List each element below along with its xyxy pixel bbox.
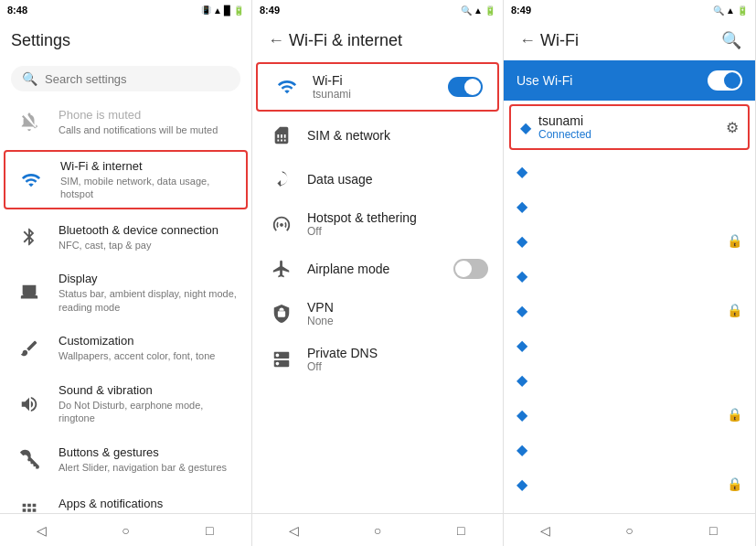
search-icon-3: 🔍 <box>713 5 724 16</box>
wifi-network-8[interactable]: ◆ 🔒 <box>504 397 755 432</box>
dns-title: Private DNS <box>307 346 488 360</box>
back-button-3[interactable]: ◁ <box>533 518 559 543</box>
wifi-network-5[interactable]: ◆ 🔒 <box>504 293 755 327</box>
wifi-item-airplane[interactable]: Airplane mode <box>252 247 503 291</box>
connected-status: Connected <box>538 128 726 141</box>
time-1: 8:48 <box>7 5 27 16</box>
home-button-1[interactable]: ○ <box>112 518 138 543</box>
wifi-signal-6: ◆ <box>516 337 527 354</box>
settings-item-buttons[interactable]: Buttons & gestures Alert Slider, navigat… <box>0 434 251 485</box>
nav-bar-3: ◁ ○ □ <box>504 513 755 546</box>
recent-button-3[interactable]: □ <box>700 518 726 543</box>
bluetooth-icon <box>13 220 46 253</box>
home-button-2[interactable]: ○ <box>365 518 390 543</box>
buttons-text: Buttons & gestures Alert Slider, navigat… <box>59 445 239 474</box>
sim-icon <box>267 125 296 145</box>
settings-gear-icon[interactable]: ⚙ <box>726 119 739 136</box>
wifi-icon: ▲ <box>213 5 222 16</box>
settings-item-display[interactable]: Display Status bar, ambient display, nig… <box>0 262 251 322</box>
display-subtitle: Status bar, ambient display, night mode,… <box>59 287 239 314</box>
battery-icon-3: 🔋 <box>737 5 748 16</box>
wifi-network-9[interactable]: ◆ <box>504 432 755 466</box>
back-button-1[interactable]: ◁ <box>29 518 55 543</box>
wifi-network-7[interactable]: ◆ <box>504 362 755 397</box>
wifi-internet-list: Wi-Fi tsunami SIM & network <box>252 60 503 513</box>
connected-wifi-text: tsunami Connected <box>538 113 726 141</box>
customization-subtitle: Wallpapers, accent color, font, tone <box>59 349 239 362</box>
wifi-network-6[interactable]: ◆ <box>504 327 755 362</box>
data-icon <box>267 169 296 189</box>
battery-icon: 🔋 <box>233 5 244 16</box>
search-icon-2: 🔍 <box>461 5 472 16</box>
search-input[interactable] <box>45 72 229 86</box>
dns-text: Private DNS Off <box>307 346 488 373</box>
buttons-subtitle: Alert Slider, navigation bar & gestures <box>59 461 239 474</box>
wifi-item-hotspot[interactable]: Hotspot & tethering Off <box>252 201 503 247</box>
wifi-item-inner[interactable]: Wi-Fi tsunami <box>258 64 497 110</box>
volume-icon <box>13 388 46 421</box>
dns-sub: Off <box>307 360 488 373</box>
back-arrow-3[interactable]: ← <box>515 27 540 53</box>
settings-list: Phone is muted Calls and notifications w… <box>0 97 251 513</box>
home-button-3[interactable]: ○ <box>616 518 642 543</box>
vpn-text: VPN None <box>307 300 488 327</box>
apps-text: Apps & notifications Default apps, permi… <box>59 497 239 513</box>
wifi-panel: 8:49 🔍 ▲ 🔋 ← Wi-Fi 🔍 Use Wi-Fi ◆ tsunami <box>504 0 756 546</box>
phone-muted-subtitle: Calls and notifications will be muted <box>59 123 239 136</box>
back-arrow-2[interactable]: ← <box>263 27 289 53</box>
status-bar-2: 8:49 🔍 ▲ 🔋 <box>252 0 503 20</box>
wifi-icon-3: ▲ <box>726 5 735 16</box>
search-bar[interactable]: 🔍 <box>11 66 240 91</box>
settings-panel: 8:48 📳 ▲ ▉ 🔋 Settings 🔍 <box>0 0 252 546</box>
wifi-item-data[interactable]: Data usage <box>252 157 503 201</box>
wifi-network-1[interactable]: ◆ <box>504 154 755 188</box>
lock-icon-8: 🔒 <box>727 407 742 422</box>
status-bar-1: 8:48 📳 ▲ ▉ 🔋 <box>0 0 251 20</box>
wifi-item-dns[interactable]: Private DNS Off <box>252 337 503 382</box>
recent-button-1[interactable]: □ <box>197 518 222 543</box>
lock-icon-3: 🔒 <box>727 233 742 248</box>
settings-item-apps[interactable]: Apps & notifications Default apps, permi… <box>0 485 251 513</box>
wifi-network-3[interactable]: ◆ 🔒 <box>504 223 755 258</box>
wifi-network-4[interactable]: ◆ <box>504 258 755 293</box>
wifi-item-sim[interactable]: SIM & network <box>252 113 503 157</box>
airplane-text: Airplane mode <box>307 262 453 276</box>
recent-button-2[interactable]: □ <box>448 518 474 543</box>
airplane-icon <box>267 259 296 279</box>
battery-icon-2: 🔋 <box>484 5 495 16</box>
buttons-title: Buttons & gestures <box>59 445 239 461</box>
settings-item-sound[interactable]: Sound & vibration Do Not Disturb, earpho… <box>0 374 251 434</box>
wifi-item-wifi[interactable]: Wi-Fi tsunami <box>256 62 499 112</box>
data-title: Data usage <box>307 172 488 187</box>
hotspot-icon <box>267 214 296 234</box>
wifi-signal-2: ◆ <box>516 198 527 215</box>
airplane-toggle[interactable] <box>453 259 488 279</box>
wifi-network-2[interactable]: ◆ <box>504 188 755 223</box>
wifi-toggle[interactable] <box>448 77 483 97</box>
wifi-search-icon[interactable]: 🔍 <box>719 27 744 53</box>
wifi-internet-panel: 8:49 🔍 ▲ 🔋 ← Wi-Fi & internet Wi-F <box>252 0 504 546</box>
signal-icon: ▉ <box>224 5 231 16</box>
back-button-2[interactable]: ◁ <box>282 518 307 543</box>
connected-wifi-item[interactable]: ◆ tsunami Connected ⚙ <box>509 104 750 150</box>
use-wifi-bar: Use Wi-Fi <box>504 60 755 101</box>
wifi-signal-9: ◆ <box>516 441 527 458</box>
customization-title: Customization <box>59 334 239 349</box>
wifi-internet-icon <box>15 164 48 197</box>
connected-ssid: tsunami <box>538 113 726 128</box>
settings-item-customization[interactable]: Customization Wallpapers, accent color, … <box>0 323 251 374</box>
wifi-item-vpn[interactable]: VPN None <box>252 291 503 337</box>
settings-item-wifi[interactable]: Wi-Fi & internet SIM, mobile network, da… <box>4 150 248 209</box>
hotspot-text: Hotspot & tethering Off <box>307 210 488 238</box>
settings-item-phone-muted[interactable]: Phone is muted Calls and notifications w… <box>0 97 251 148</box>
wifi-signal-10: ◆ <box>516 476 527 493</box>
wifi-signal-3: ◆ <box>516 232 527 250</box>
wifi-network-10[interactable]: ◆ 🔒 <box>504 466 755 501</box>
use-wifi-toggle[interactable] <box>708 70 742 91</box>
vpn-title: VPN <box>307 300 488 315</box>
wifi-signal-8: ◆ <box>516 406 527 423</box>
wifi-internet-header: ← Wi-Fi & internet <box>252 20 503 60</box>
settings-item-bluetooth[interactable]: Bluetooth & device connection NFC, cast,… <box>0 211 251 262</box>
time-2: 8:49 <box>260 5 280 16</box>
bluetooth-text: Bluetooth & device connection NFC, cast,… <box>59 223 239 252</box>
